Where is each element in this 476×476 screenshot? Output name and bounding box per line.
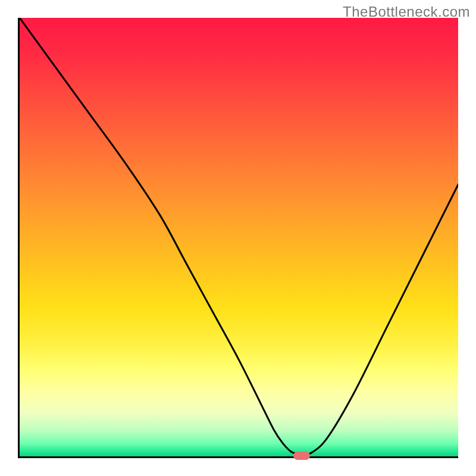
plot-area: [18, 18, 458, 458]
bottleneck-curve: [20, 18, 458, 455]
curve-svg: [20, 18, 458, 456]
chart-container: TheBottleneck.com: [0, 0, 476, 476]
optimal-marker-icon: [293, 452, 310, 460]
